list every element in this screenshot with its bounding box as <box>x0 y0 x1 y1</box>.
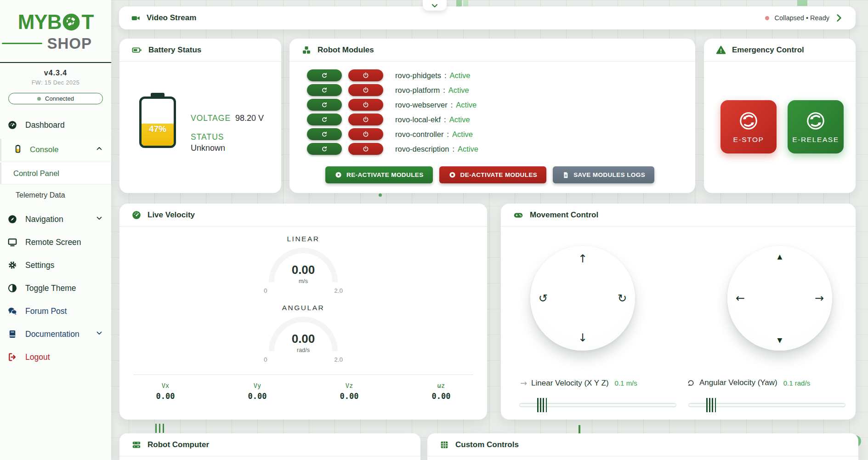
custom-controls-card: Custom Controls <box>427 433 858 460</box>
gauge-unit: rad/s <box>262 347 345 353</box>
connection-dot-icon <box>37 97 41 101</box>
connection-status-pill: Connected <box>8 93 103 104</box>
velocity-readouts: Vx 0.00 Vy 0.00 Vz 0.00 ωz 0.00 <box>119 382 487 401</box>
restart-module-button[interactable] <box>307 99 342 111</box>
linear-velocity-slider[interactable] <box>519 403 676 407</box>
panel-collapse-tab[interactable] <box>423 0 447 11</box>
chevron-right-icon[interactable] <box>834 13 844 23</box>
logo: MYB T SHOP <box>0 0 111 51</box>
sidebar-item-forum-post[interactable]: Forum Post <box>0 300 111 323</box>
module-state: Active <box>456 101 477 109</box>
card-title: Robot Computer <box>148 440 209 449</box>
sidebar-item-documentation[interactable]: Documentation <box>0 323 111 346</box>
sidebar-item-label: Dashboard <box>25 120 65 130</box>
sidebar-item-label: Documentation <box>25 329 79 339</box>
sidebar-item-toggle-theme[interactable]: Toggle Theme <box>0 277 111 300</box>
stop-circle-icon <box>448 171 456 179</box>
card-title: Live Velocity <box>148 210 195 220</box>
video-stream-title: Video Stream <box>147 13 196 23</box>
restart-module-button[interactable] <box>307 84 342 96</box>
modules-icon <box>301 45 312 55</box>
save-modules-logs-button[interactable]: SAVE MODULES LOGS <box>553 166 654 183</box>
readout-vx: Vx 0.00 <box>119 382 211 401</box>
emergency-control-card: Emergency Control E-STOP E-RELEASE <box>704 39 856 193</box>
sidebar-item-remote-screen[interactable]: Remote Screen <box>0 231 111 254</box>
gauge-min: 0 <box>264 287 267 294</box>
joystick-left-arrow[interactable]: ← <box>736 293 745 304</box>
sidebar-item-console[interactable]: Console <box>0 139 111 161</box>
battery-info: VOLTAGE 98.20 V STATUS Unknown <box>191 114 264 153</box>
sidebar-item-dashboard[interactable]: Dashboard <box>0 114 111 136</box>
card-header: Battery Status <box>119 39 281 62</box>
chevron-down-icon[interactable] <box>96 215 103 224</box>
video-camera-icon <box>131 13 141 23</box>
joystick-right-arrow[interactable]: → <box>815 293 824 304</box>
restart-module-button[interactable] <box>307 69 342 81</box>
sidebar-item-control-panel[interactable]: Control Panel <box>0 163 111 184</box>
linear-velocity-setting: → Linear Velocity (X Y Z) 0.1 m/s <box>520 378 637 388</box>
sidebar-divider <box>0 62 111 63</box>
module-status-text: rovo-local-ekf:Active <box>395 115 470 124</box>
module-row: rovo-controller:Active <box>307 127 681 142</box>
sidebar-item-label: Navigation <box>25 215 63 224</box>
angular-velocity-slider[interactable] <box>688 403 845 407</box>
module-name: rovo-phidgets <box>395 71 441 80</box>
stop-module-button[interactable] <box>348 84 383 96</box>
robot-logo-icon <box>62 12 81 32</box>
stop-module-button[interactable] <box>348 69 383 81</box>
gear-icon <box>7 260 17 270</box>
console-icon <box>13 144 23 156</box>
map-mark <box>155 424 166 433</box>
module-status-text: rovo-controller:Active <box>395 130 473 139</box>
joystick-rotate-cw[interactable]: ↻ <box>618 293 627 304</box>
battery-percent: 47% <box>149 124 166 146</box>
joystick-forward-arrow[interactable]: ↑ <box>578 253 587 264</box>
card-header: Robot Computer <box>119 433 420 456</box>
linear-velocity-gauge: LINEAR 0.00 m/s 0 2.0 <box>262 235 345 294</box>
card-header: Custom Controls <box>427 433 858 456</box>
gauge-min: 0 <box>264 356 267 363</box>
restart-module-button[interactable] <box>307 114 342 125</box>
module-status-text: rovo-platform:Active <box>395 86 469 95</box>
rotate-arrows-icon <box>738 110 759 131</box>
chevron-up-icon[interactable] <box>96 145 103 155</box>
stop-module-button[interactable] <box>348 99 383 111</box>
stop-module-button[interactable] <box>348 128 383 140</box>
status-dot-icon <box>765 16 769 20</box>
movement-control-card: Movement Control ↑ ↺ ↻ ↓ ▲ ← → ▼ → Linea… <box>501 204 856 420</box>
restart-module-button[interactable] <box>307 143 342 155</box>
restart-module-button[interactable] <box>307 128 342 140</box>
joystick-up-arrow[interactable]: ▲ <box>777 253 783 260</box>
sidebar-item-label: Remote Screen <box>25 238 81 247</box>
deactivate-modules-button[interactable]: DE-ACTIVATE MODULES <box>439 166 547 183</box>
sidebar-item-telemetry-data[interactable]: Telemetry Data <box>0 187 111 204</box>
joystick-backward-arrow[interactable]: ↓ <box>578 332 587 343</box>
video-stream-bar[interactable]: Video Stream Collapsed • Ready <box>119 6 856 29</box>
linear-joystick-pad[interactable]: ↑ ↺ ↻ ↓ <box>530 246 635 351</box>
chevron-down-icon[interactable] <box>96 329 103 339</box>
sidebar-item-settings[interactable]: Settings <box>0 254 111 277</box>
module-state: Active <box>448 86 469 94</box>
sidebar-item-label: Telemetry Data <box>16 191 65 199</box>
reactivate-modules-button[interactable]: RE-ACTIVATE MODULES <box>325 166 433 183</box>
module-rows: rovo-phidgets:Active rovo-platform:Activ… <box>307 68 681 156</box>
linear-velocity-label: Linear Velocity (X Y Z) <box>531 379 609 388</box>
sidebar-item-label: Control Panel <box>13 169 59 178</box>
slider-handle[interactable] <box>537 398 548 412</box>
e-stop-button[interactable]: E-STOP <box>720 100 777 153</box>
card-title: Emergency Control <box>732 45 804 55</box>
book-icon <box>7 329 17 339</box>
stop-module-button[interactable] <box>348 143 383 155</box>
gauge-value: 0.00 <box>262 263 345 277</box>
slider-handle[interactable] <box>706 398 717 412</box>
battery-status-value: Unknown <box>191 143 264 153</box>
joystick-rotate-ccw[interactable]: ↺ <box>539 293 548 304</box>
monitor-icon <box>7 237 17 247</box>
yaw-joystick-pad[interactable]: ▲ ← → ▼ <box>727 246 832 351</box>
joystick-down-arrow[interactable]: ▼ <box>777 337 783 343</box>
sidebar-item-label: Settings <box>25 261 54 270</box>
e-release-button[interactable]: E-RELEASE <box>788 100 844 153</box>
sidebar-item-navigation[interactable]: Navigation <box>0 208 111 231</box>
stop-module-button[interactable] <box>348 114 383 125</box>
sidebar-item-logout[interactable]: Logout <box>0 346 111 369</box>
